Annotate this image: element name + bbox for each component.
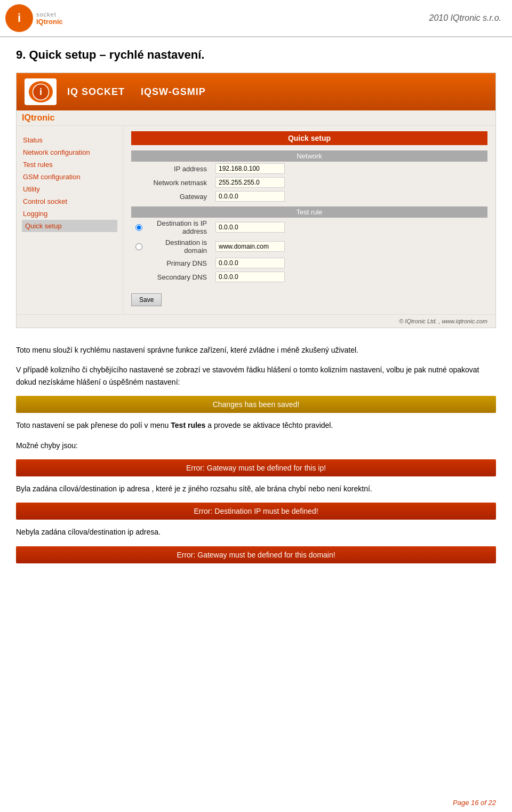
- sidebar-item-status[interactable]: Status: [22, 134, 117, 146]
- paragraph-2: V případě kolizního či chybějícího nasta…: [16, 364, 496, 388]
- dest-ip-radio-cell[interactable]: Destination is IP address: [131, 218, 211, 237]
- device-product-names: IQ SOCKET IQSW-GSMIP: [67, 86, 206, 98]
- ip-address-row: IP address: [131, 162, 487, 176]
- page-title: 9. Quick setup – rychlé nastavení.: [16, 48, 496, 62]
- dest-ip-value-cell[interactable]: [211, 218, 487, 237]
- device-iqtronic-label: IQtronic: [22, 113, 54, 122]
- sidebar-item-logging[interactable]: Logging: [22, 208, 117, 220]
- netmask-row: Network netmask: [131, 176, 487, 189]
- netmask-label: Network netmask: [131, 176, 211, 189]
- paragraph-2-bold: Test rules: [171, 421, 205, 429]
- dest-ip-radio-row: Destination is IP address: [131, 218, 487, 237]
- paragraph-3: Možné chyby jsou:: [16, 440, 496, 451]
- gateway-input[interactable]: [215, 191, 285, 202]
- svg-text:i: i: [39, 86, 42, 97]
- paragraph-2-part2: Toto nastavení se pak přenese do polí v …: [16, 421, 171, 429]
- dest-domain-radio-cell[interactable]: Destination is domain: [131, 237, 211, 256]
- device-footer: © IQtronic Ltd. , www.iqtronic.com: [17, 314, 495, 328]
- panel-title: Quick setup: [131, 131, 487, 145]
- device-ui: i IQ SOCKET IQSW-GSMIP IQtronic Status N…: [16, 73, 496, 328]
- network-section-header: Network: [131, 150, 487, 162]
- netmask-input[interactable]: [215, 177, 285, 188]
- paragraph-2-continuation: Toto nastavení se pak přenese do polí v …: [16, 419, 496, 431]
- test-rule-form-table: Destination is IP address Destination is…: [131, 218, 487, 284]
- page-header: i socket IQtronic 2010 IQtronic s.r.o.: [0, 0, 512, 37]
- error-alert-1: Error: Gateway must be defined for this …: [16, 459, 496, 476]
- gateway-row: Gateway: [131, 189, 487, 203]
- save-button-container: Save: [131, 288, 487, 306]
- dest-domain-radio-row: Destination is domain: [131, 237, 487, 256]
- device-main-panel: Quick setup Network IP address Network n…: [123, 126, 495, 314]
- error-alert-2: Error: Destination IP must be defined!: [16, 503, 496, 520]
- dest-ip-input[interactable]: [215, 222, 285, 233]
- sidebar-item-gsm-config[interactable]: GSM configuration: [22, 171, 117, 183]
- logo-brand-text: IQtronic: [36, 18, 63, 26]
- paragraph-1: Toto menu slouží k rychlému nastavení sp…: [16, 344, 496, 356]
- main-content: 9. Quick setup – rychlé nastavení. i IQ …: [0, 37, 512, 580]
- dest-domain-radio[interactable]: [135, 243, 142, 250]
- logo-icon: i: [5, 4, 33, 32]
- gateway-label: Gateway: [131, 189, 211, 203]
- sidebar-item-control-socket[interactable]: Control socket: [22, 195, 117, 208]
- product-name-1: IQ SOCKET: [67, 86, 125, 98]
- device-logo: i: [25, 78, 57, 105]
- secondary-dns-value-cell[interactable]: [211, 270, 487, 284]
- page-footer: Page 16 of 22: [453, 799, 496, 807]
- device-sidebar: Status Network configuration Test rules …: [17, 126, 123, 314]
- gateway-value-cell[interactable]: [211, 189, 487, 203]
- device-header: i IQ SOCKET IQSW-GSMIP: [17, 73, 495, 110]
- primary-dns-value-cell[interactable]: [211, 256, 487, 270]
- sidebar-item-quick-setup[interactable]: Quick setup: [22, 220, 117, 232]
- dest-domain-label: Destination is domain: [145, 238, 207, 254]
- sidebar-item-test-rules[interactable]: Test rules: [22, 158, 117, 171]
- save-button[interactable]: Save: [131, 293, 162, 306]
- dest-ip-label: Destination is IP address: [145, 219, 207, 235]
- primary-dns-input[interactable]: [215, 258, 285, 268]
- paragraph-4: Byla zadána cílová/destination ip adresa…: [16, 483, 496, 495]
- success-alert: Changes has been saved!: [16, 396, 496, 413]
- network-form-table: IP address Network netmask Gateway: [131, 162, 487, 203]
- device-logo-inner: i: [29, 81, 53, 102]
- primary-dns-row: Primary DNS: [131, 256, 487, 270]
- logo-area: i socket IQtronic: [5, 4, 63, 32]
- ip-address-label: IP address: [131, 162, 211, 176]
- product-name-2: IQSW-GSMIP: [141, 86, 206, 98]
- header-brand: 2010 IQtronic s.r.o.: [429, 13, 501, 23]
- paragraph-5: Nebyla zadána cílova/destination ip adre…: [16, 526, 496, 538]
- dest-domain-input[interactable]: [215, 241, 285, 252]
- secondary-dns-input[interactable]: [215, 272, 285, 282]
- dest-ip-radio[interactable]: [135, 224, 142, 231]
- secondary-dns-label: Secondary DNS: [131, 270, 211, 284]
- paragraph-2-part3: a provede se aktivace těchto pravidel.: [205, 421, 333, 429]
- ip-address-input[interactable]: [215, 163, 285, 174]
- sidebar-item-network-config[interactable]: Network configuration: [22, 146, 117, 158]
- logo-socket-text: socket: [36, 11, 63, 18]
- paragraph-2-part1: V případě kolizního či chybějícího nasta…: [16, 365, 479, 386]
- dest-domain-value-cell[interactable]: [211, 237, 487, 256]
- primary-dns-label: Primary DNS: [131, 256, 211, 270]
- error-alert-3: Error: Gateway must be defined for this …: [16, 546, 496, 563]
- netmask-value-cell[interactable]: [211, 176, 487, 189]
- device-body: Status Network configuration Test rules …: [17, 126, 495, 314]
- ip-address-value-cell[interactable]: [211, 162, 487, 176]
- test-rule-section-header: Test rule: [131, 206, 487, 218]
- secondary-dns-row: Secondary DNS: [131, 270, 487, 284]
- sidebar-item-utility[interactable]: Utility: [22, 183, 117, 195]
